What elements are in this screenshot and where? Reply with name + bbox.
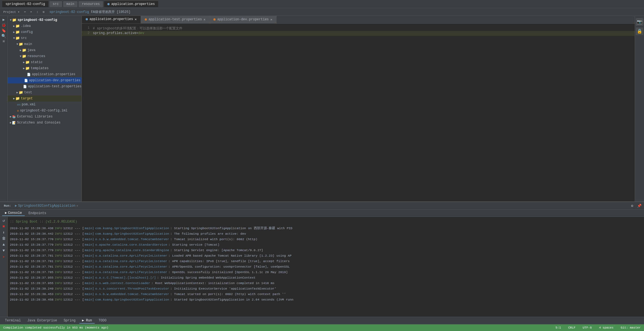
- sidebar-item-test[interactable]: ▶ 📁 test: [8, 89, 82, 96]
- toolbar-icon-2[interactable]: ➡: [29, 10, 34, 14]
- log-level-5: INFO: [55, 253, 62, 258]
- sidebar-item-resources[interactable]: ▼ 📁 resources: [8, 53, 82, 59]
- run-tab[interactable]: ▶ Run: [79, 318, 95, 324]
- find-icon[interactable]: 🔍: [1, 33, 6, 38]
- log-thread-7: main]: [85, 264, 94, 269]
- title-tab-src[interactable]: src: [49, 1, 62, 7]
- lock-icon[interactable]: 🔒: [636, 27, 643, 35]
- console-tab-label: Console: [8, 211, 22, 215]
- spring-tab[interactable]: Spring: [61, 318, 78, 323]
- java-enterprise-tab[interactable]: Java Enterprise: [25, 318, 60, 323]
- sidebar-item-app-props[interactable]: 📄 application.properties: [8, 71, 82, 77]
- toolbar-icon-4[interactable]: ⚙: [41, 10, 46, 14]
- sidebar-item-pom[interactable]: 𝕞 pom.xml: [8, 102, 82, 108]
- close-tab-1[interactable]: ✕: [135, 17, 136, 21]
- log-thread-0: main]: [85, 226, 94, 231]
- sidebar-item-templates[interactable]: ▶ 📁 templates: [8, 65, 82, 71]
- title-tab-project[interactable]: springboot-02-config: [2, 1, 48, 7]
- sidebar-item-idea[interactable]: ▶ 📁 .idea: [8, 23, 82, 29]
- stop-icon[interactable]: ■: [1, 224, 6, 229]
- run-tab-name[interactable]: ▶ Springboot02ConfigApplication ✕: [15, 204, 78, 208]
- sidebar-item-iml[interactable]: ⚙ springboot-02-config.iml: [8, 108, 82, 114]
- sidebar-test-label: test: [24, 91, 32, 94]
- folder-resources-icon: 📁: [22, 54, 26, 58]
- run-icon[interactable]: ▶: [1, 17, 6, 22]
- close-tab-3[interactable]: ✕: [271, 18, 272, 22]
- right-side-icons: 📷 🔒: [635, 16, 644, 201]
- log-time-7: 2019-11-02 15:28:37.781: [10, 264, 54, 269]
- log-entry-5: 2019-11-02 15:28:37.781 INFO 12312 --- […: [10, 253, 642, 259]
- scroll-end-icon[interactable]: ⬇: [1, 230, 6, 235]
- project-dropdown[interactable]: Project ▾: [2, 10, 21, 14]
- log-thread-13: main]: [85, 297, 94, 302]
- sidebar-app-props-label: application.properties: [32, 72, 75, 76]
- sidebar-item-ext-libs[interactable]: ▶ 📚 External Libraries: [8, 114, 82, 120]
- toolbar-icon-1[interactable]: ⬅: [22, 10, 27, 14]
- sidebar-item-static[interactable]: ▶ 📁 static: [8, 59, 82, 65]
- test-props-file-icon: 📄: [23, 85, 27, 88]
- endpoints-tab[interactable]: Endpoints: [26, 211, 49, 216]
- folder-icon: 📁: [12, 18, 16, 22]
- sidebar-item-app-test-props[interactable]: 📄 application-test.properties: [8, 83, 82, 89]
- terminal-tab[interactable]: Terminal: [2, 318, 24, 323]
- log-level-8: INFO: [55, 270, 62, 275]
- sidebar-target-label: target: [21, 97, 33, 100]
- spring-banner: :: Spring Boot :: (v2.2.0.RELEASE): [10, 218, 642, 226]
- sidebar-item-java[interactable]: ▶ 📁 java: [8, 47, 82, 53]
- toolbar-icon-3[interactable]: ↕: [35, 10, 40, 14]
- next-icon[interactable]: ▼: [1, 248, 6, 253]
- arrow-scratches: ▶: [10, 121, 12, 124]
- pin-icon[interactable]: 📌: [637, 203, 642, 208]
- arrow-static: ▶: [23, 61, 25, 64]
- log-msg-1: : The following profiles are active: dev: [170, 231, 246, 236]
- run-tab-close[interactable]: ✕: [76, 204, 78, 207]
- sidebar-item-root[interactable]: ▼ 📁 springboot-02-config: [8, 17, 82, 23]
- log-entry-1: 2019-11-02 15:28:36.442 INFO 12312 --- […: [10, 231, 642, 237]
- title-tab-resources[interactable]: resources: [79, 1, 103, 7]
- console-area[interactable]: :: Spring Boot :: (v2.2.0.RELEASE) 2019-…: [8, 217, 644, 317]
- editor-content[interactable]: 1 # springboot的多环境配置：可以选择激活那一个配置文件 2 spr…: [82, 24, 635, 201]
- editor-tab-dev-props[interactable]: application-dev.properties ✕: [210, 16, 276, 23]
- line-num-2: 2: [82, 31, 93, 35]
- log-msg-10: : Root WebApplicationContext: initializa…: [151, 281, 275, 286]
- log-class-9: o.a.c.C.[Tomcat].[localhost].[/]: [95, 275, 156, 280]
- close-tab-2[interactable]: ✕: [203, 18, 205, 22]
- log-time-9: 2019-11-02 15:28:37.955: [10, 275, 54, 280]
- sidebar-item-src[interactable]: ▼ 📁 src: [8, 35, 82, 41]
- debug-icon[interactable]: 🐞: [1, 23, 6, 27]
- prev-icon[interactable]: ▲: [1, 242, 6, 247]
- log-time-11: 2019-11-02 15:28:38.249: [10, 286, 54, 291]
- log-level-3: INFO: [55, 242, 62, 247]
- sidebar-main-label: main: [24, 42, 32, 46]
- editor-tab-app-props[interactable]: application.properties ✕: [82, 16, 141, 23]
- settings-icon[interactable]: ⚙: [630, 203, 635, 208]
- log-level-2: INFO: [55, 237, 62, 242]
- sidebar-item-scratches[interactable]: ▶ 📝 Scratches and Consoles: [8, 120, 82, 126]
- sidebar-item-app-dev-props[interactable]: 📄 application-dev.properties: [8, 77, 82, 83]
- log-time-0: 2019-11-02 15:28:36.438: [10, 226, 54, 231]
- status-message: Compilation completed successfully in 95…: [3, 326, 108, 329]
- todo-tab[interactable]: TODO: [96, 318, 109, 323]
- final-status-bar: Compilation completed successfully in 95…: [0, 324, 644, 331]
- sidebar-item-target[interactable]: ▶ 📁 target: [8, 96, 82, 102]
- log-level-9: INFO: [55, 275, 62, 280]
- log-class-4: org.apache.catalina.core.StandardEngine: [95, 248, 169, 253]
- title-tab-main[interactable]: main: [63, 1, 78, 7]
- editor-tab-test-props[interactable]: application-test.properties ✕: [141, 16, 210, 23]
- rerun-icon[interactable]: ↺: [1, 218, 6, 223]
- clear-icon[interactable]: 🗑: [1, 236, 6, 241]
- sidebar-item-config[interactable]: ▶ 📁 config: [8, 29, 82, 35]
- title-tab-appprops[interactable]: application.properties: [104, 1, 158, 7]
- console-tab[interactable]: ▶ Console: [2, 210, 25, 216]
- title-tab-label: springboot-02-config: [5, 2, 45, 6]
- structure-icon[interactable]: ≡: [1, 39, 6, 44]
- dev-props-file-icon: 📄: [24, 79, 28, 82]
- sidebar-item-main[interactable]: ▼ 📁 main: [8, 41, 82, 47]
- log-pid-4: 12312 --- [: [63, 248, 84, 253]
- bookmark-icon[interactable]: 🔖: [1, 28, 6, 33]
- error-icon[interactable]: ✕: [1, 254, 6, 259]
- camera-icon[interactable]: 📷: [636, 18, 643, 26]
- log-class-3: o.apache.catalina.core.StandardService: [95, 242, 167, 247]
- title-bar: springboot-02-config src main resources …: [0, 0, 644, 8]
- log-level-1: INFO: [55, 231, 62, 236]
